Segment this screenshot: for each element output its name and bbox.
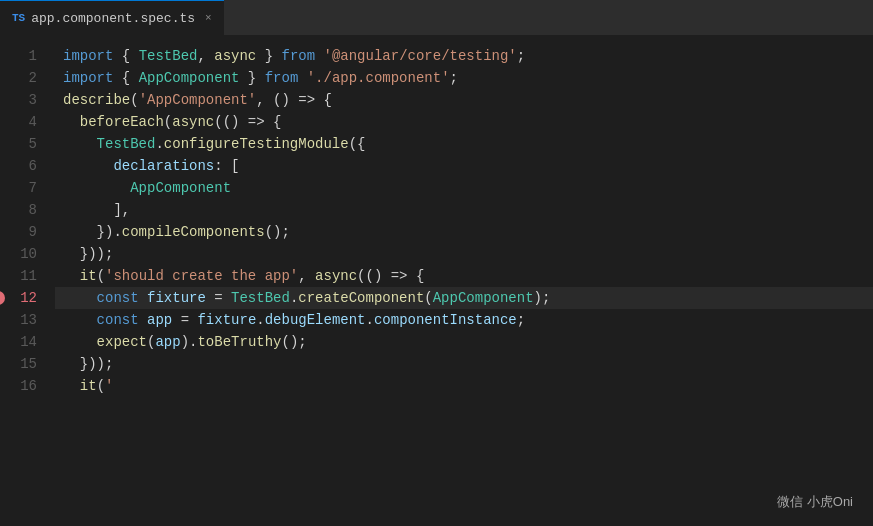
line-num-13: 13: [17, 309, 37, 331]
code-content: import { TestBed, async } from '@angular…: [55, 35, 873, 526]
line-num-1: 1: [17, 45, 37, 67]
code-line-7: AppComponent: [55, 177, 873, 199]
line-num-5: 5: [17, 133, 37, 155]
tab-close-icon[interactable]: ×: [205, 12, 212, 24]
line-num-6: 6: [17, 155, 37, 177]
active-tab[interactable]: TS app.component.spec.ts ×: [0, 0, 224, 35]
line-num-10: 10: [17, 243, 37, 265]
code-line-5: TestBed.configureTestingModule({: [55, 133, 873, 155]
code-line-2: import { AppComponent } from './app.comp…: [55, 67, 873, 89]
code-line-14: expect(app).toBeTruthy();: [55, 331, 873, 353]
line-num-15: 15: [17, 353, 37, 375]
language-badge: TS: [12, 12, 25, 24]
line-num-9: 9: [17, 221, 37, 243]
line-num-8: 8: [17, 199, 37, 221]
line-num-4: 4: [17, 111, 37, 133]
code-line-13: const app = fixture.debugElement.compone…: [55, 309, 873, 331]
code-line-8: ],: [55, 199, 873, 221]
code-line-15: }));: [55, 353, 873, 375]
line-num-12: 12: [17, 287, 37, 309]
code-line-1: import { TestBed, async } from '@angular…: [55, 45, 873, 67]
code-line-6: declarations: [: [55, 155, 873, 177]
line-num-2: 2: [17, 67, 37, 89]
tab-bar: TS app.component.spec.ts ×: [0, 0, 873, 35]
code-line-3: describe('AppComponent', () => {: [55, 89, 873, 111]
code-line-9: }).compileComponents();: [55, 221, 873, 243]
code-line-4: beforeEach(async(() => {: [55, 111, 873, 133]
code-line-10: }));: [55, 243, 873, 265]
tab-filename: app.component.spec.ts: [31, 11, 195, 26]
line-numbers: 1 2 3 4 5 6 7 8 9 10 11 12 13 14 15 16: [0, 35, 55, 526]
code-line-16: it(': [55, 375, 873, 397]
editor-container: TS app.component.spec.ts × 1 2 3 4 5 6 7…: [0, 0, 873, 526]
code-line-12: const fixture = TestBed.createComponent(…: [55, 287, 873, 309]
code-area: 1 2 3 4 5 6 7 8 9 10 11 12 13 14 15 16: [0, 35, 873, 526]
line-num-14: 14: [17, 331, 37, 353]
editor-body: 1 2 3 4 5 6 7 8 9 10 11 12 13 14 15 16: [0, 35, 873, 526]
line-num-7: 7: [17, 177, 37, 199]
watermark: 微信 小虎Oni: [777, 493, 853, 511]
line-num-3: 3: [17, 89, 37, 111]
line-num-11: 11: [17, 265, 37, 287]
code-line-11: it('should create the app', async(() => …: [55, 265, 873, 287]
line-num-16: 16: [17, 375, 37, 397]
